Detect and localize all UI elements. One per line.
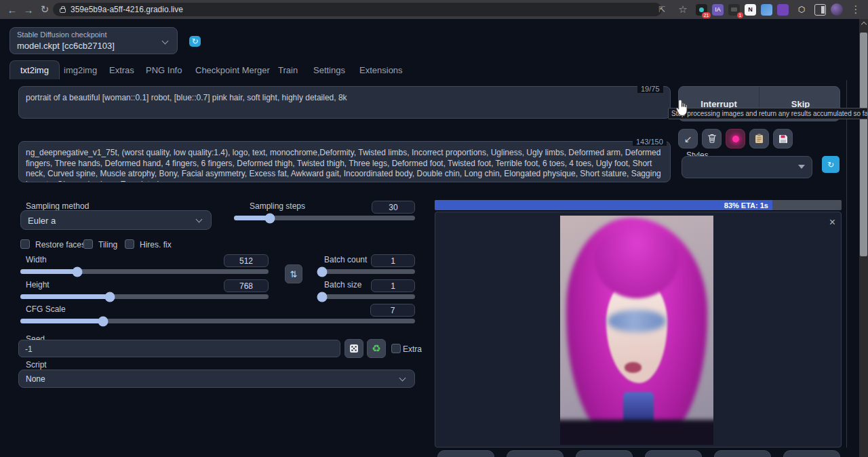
scrollbar-thumb[interactable] — [860, 33, 867, 256]
generated-image[interactable] — [560, 216, 713, 445]
save-style-button[interactable] — [773, 129, 793, 148]
extension-badge: 21 — [702, 12, 711, 18]
clipboard-icon — [755, 134, 764, 144]
seed-value: -1 — [25, 344, 33, 354]
address-bar[interactable]: 359e5b9a-a5ff-4216.gradio.live — [53, 3, 662, 16]
extensions-puzzle-icon[interactable]: ⬡ — [793, 5, 810, 14]
checkpoint-refresh-button[interactable]: ↻ — [189, 36, 201, 47]
tiling-label: Tiling — [98, 240, 117, 250]
tab-settings[interactable]: Settings — [313, 65, 345, 75]
result-action-button[interactable] — [576, 450, 633, 457]
sampling-method-dropdown[interactable]: Euler a — [20, 210, 212, 230]
sampling-steps-slider[interactable] — [234, 216, 415, 220]
chevron-down-icon — [162, 38, 169, 45]
extra-networks-button[interactable] — [726, 129, 745, 148]
extra-networks-card-icon — [732, 136, 739, 142]
negative-prompt-input[interactable]: ng_deepnegative_v1_75t, (worst quality, … — [18, 141, 671, 182]
recycle-icon: ♻ — [372, 342, 380, 355]
image-shoulders — [560, 420, 713, 445]
extension-notion-icon[interactable]: N — [745, 4, 756, 16]
batch-size-slider[interactable] — [317, 294, 415, 299]
chevron-down-icon — [196, 216, 203, 223]
seed-input[interactable]: -1 — [18, 340, 340, 357]
image-eyeshadow — [608, 310, 666, 333]
browser-reload-icon[interactable]: ↻ — [37, 3, 53, 16]
prompt-token-counter: 19/75 — [637, 85, 663, 93]
extension-pin-icon[interactable]: 21 — [696, 4, 707, 16]
styles-refresh-button[interactable]: ↻ — [822, 156, 840, 173]
tab-extensions[interactable]: Extensions — [359, 65, 403, 75]
browser-menu-icon[interactable]: ⋮ — [848, 3, 864, 16]
negative-prompt-token-counter: 143/150 — [633, 138, 667, 146]
width-value[interactable]: 512 — [224, 254, 269, 267]
tab-img2img[interactable]: img2img — [64, 65, 97, 75]
progress-text: 83% ETA: 1s — [724, 201, 768, 210]
progress-bar: 83% ETA: 1s — [435, 200, 842, 210]
result-action-button[interactable] — [783, 450, 840, 457]
site-lock-icon[interactable] — [60, 8, 66, 13]
swap-width-height-button[interactable]: ⇅ — [285, 264, 302, 283]
result-action-button[interactable] — [507, 450, 564, 457]
extension-ia-icon[interactable]: IA — [712, 4, 724, 16]
bookmark-star-icon[interactable]: ☆ — [675, 3, 691, 16]
checkpoint-label: Stable Diffusion checkpoint — [17, 31, 107, 39]
chevron-down-icon — [399, 375, 406, 382]
cfg-scale-value[interactable]: 7 — [370, 304, 415, 317]
result-gallery: × — [435, 212, 842, 448]
hires-fix-checkbox[interactable] — [125, 239, 134, 249]
extra-seed-label: Extra — [403, 344, 422, 354]
result-action-button[interactable] — [645, 450, 702, 457]
profile-avatar[interactable] — [831, 3, 843, 16]
image-lips — [625, 362, 642, 372]
tab-train[interactable]: Train — [278, 65, 298, 75]
styles-dropdown[interactable] — [682, 156, 812, 178]
url-text[interactable]: 359e5b9a-a5ff-4216.gradio.live — [71, 5, 183, 14]
extension-image-icon[interactable] — [761, 4, 772, 16]
script-label: Script — [26, 360, 47, 370]
extra-seed-checkbox[interactable] — [391, 344, 401, 353]
extension-badge: 1 — [737, 12, 743, 18]
clear-prompt-button[interactable] — [702, 129, 722, 148]
sidebar-toggle-icon[interactable] — [814, 4, 826, 16]
browser-back-icon[interactable]: ← — [4, 4, 20, 16]
batch-size-value[interactable]: 1 — [371, 279, 415, 292]
trash-icon — [707, 134, 717, 144]
hires-fix-label: Hires. fix — [140, 240, 172, 250]
tab-checkpoint-merger[interactable]: Checkpoint Merger — [195, 65, 270, 75]
browser-forward-icon[interactable]: → — [20, 4, 37, 16]
extension-onenote-icon[interactable] — [777, 4, 789, 16]
width-label: Width — [26, 255, 47, 264]
batch-count-value[interactable]: 1 — [371, 254, 415, 267]
result-action-button[interactable] — [437, 450, 494, 457]
mouse-cursor — [675, 99, 691, 117]
cfg-scale-label: CFG Scale — [26, 304, 66, 314]
stable-diffusion-webui: ← → ↻ 359e5b9a-a5ff-4216.gradio.live ⇱ ☆… — [0, 0, 868, 457]
extension-screenshot-icon[interactable]: 1 — [728, 4, 740, 16]
width-slider[interactable] — [20, 269, 269, 274]
height-slider[interactable] — [20, 294, 269, 299]
height-value[interactable]: 768 — [224, 279, 269, 292]
restore-faces-checkbox[interactable] — [20, 239, 30, 249]
tab-txt2img[interactable]: txt2img — [9, 60, 60, 79]
interrupt-tooltip: Stop processing images and return any re… — [668, 108, 868, 119]
prompt-input[interactable]: portrait of a beautiful [woman::0.1] rob… — [18, 86, 671, 119]
cfg-scale-slider[interactable] — [20, 319, 415, 323]
tab-extras[interactable]: Extras — [109, 65, 134, 75]
random-seed-button[interactable] — [344, 339, 363, 358]
swap-icon: ⇅ — [290, 269, 298, 279]
apply-styles-button[interactable] — [749, 129, 769, 148]
close-icon[interactable]: × — [829, 218, 835, 227]
batch-count-slider[interactable] — [317, 269, 415, 274]
paste-generation-params-button[interactable]: ↙ — [678, 129, 698, 148]
tab-png-info[interactable]: PNG Info — [146, 65, 182, 75]
tiling-checkbox[interactable] — [83, 239, 93, 249]
sampling-steps-value[interactable]: 30 — [372, 201, 415, 214]
script-dropdown[interactable]: None — [18, 370, 415, 388]
checkpoint-dropdown[interactable]: Stable Diffusion checkpoint model.ckpt [… — [9, 27, 178, 54]
checkpoint-value: model.ckpt [cc6cb27103] — [17, 41, 115, 51]
share-icon[interactable]: ⇱ — [654, 5, 670, 14]
result-action-button[interactable] — [714, 450, 771, 457]
script-value: None — [26, 374, 45, 384]
reuse-seed-button[interactable]: ♻ — [367, 339, 386, 358]
progress-fill: 83% ETA: 1s — [435, 200, 772, 210]
